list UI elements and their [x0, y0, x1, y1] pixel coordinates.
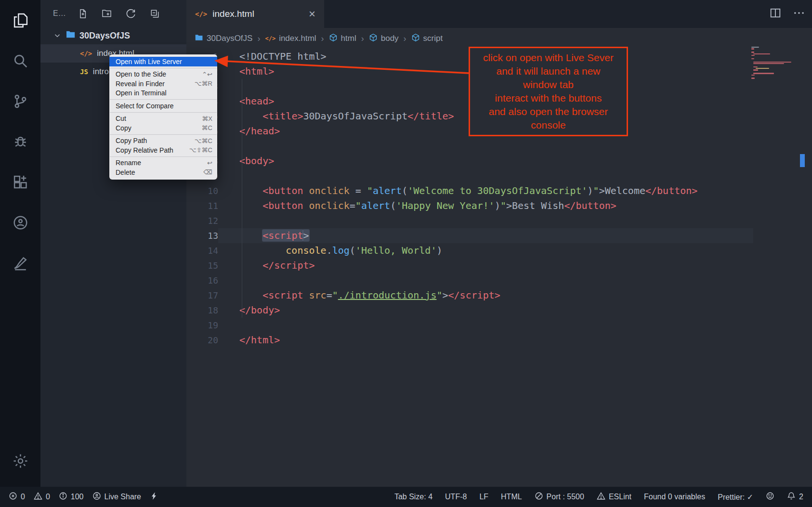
minimap[interactable] [751, 47, 799, 79]
new-folder-icon[interactable] [99, 5, 115, 22]
code-line-8[interactable]: 8<body> [186, 154, 812, 169]
code-line-17[interactable]: 17 <script src="./introduction.js"></scr… [186, 288, 812, 303]
breadcrumb-separator: › [321, 34, 324, 44]
menu-item-open-with-live-server[interactable]: Open with Live Server [109, 57, 217, 66]
menu-separator [110, 99, 217, 100]
scrollbar-marker[interactable] [800, 154, 805, 167]
code-text: <button onclick = "alert('Welcome to 30D… [218, 183, 753, 198]
code-text [218, 273, 753, 288]
menu-item-cut[interactable]: Cut⌘X [109, 114, 217, 124]
html-file-icon: </> [195, 10, 207, 18]
live-share-icon[interactable] [0, 202, 40, 243]
status-tab-size-4[interactable]: Tab Size: 4 [394, 493, 432, 501]
status-utf-8[interactable]: UTF-8 [445, 493, 467, 501]
search-icon[interactable] [0, 40, 40, 81]
menu-item-open-to-the-side[interactable]: Open to the Side⌃↩ [109, 70, 217, 79]
code-line-9[interactable]: 9 [186, 169, 812, 183]
menu-item-rename[interactable]: Rename↩ [109, 158, 217, 168]
menu-item-select-for-compare[interactable]: Select for Compare [109, 101, 217, 111]
status-0[interactable]: 0 [34, 492, 50, 502]
menu-item-reveal-in-finder[interactable]: Reveal in Finder⌥⌘R [109, 79, 217, 89]
status-eslint[interactable]: ESLint [597, 492, 631, 502]
menu-shortcut: ⌘X [202, 115, 212, 122]
split-editor-icon[interactable] [770, 7, 781, 21]
status-0[interactable]: 0 [9, 492, 25, 502]
pen-icon[interactable] [0, 243, 40, 283]
menu-item-open-in-terminal[interactable]: Open in Terminal [109, 89, 217, 98]
explorer-toolbar [75, 5, 163, 22]
symbol-cube-icon [411, 33, 420, 44]
js-file-icon: JS [80, 68, 88, 76]
status-live-share[interactable]: Live Share [92, 492, 142, 502]
breadcrumb-30daysofjs[interactable]: 30DaysOfJS [193, 33, 254, 44]
close-icon[interactable]: × [309, 8, 315, 20]
code-line-10[interactable]: 10 <button onclick = "alert('Welcome to … [186, 183, 812, 198]
code-text: <script> [218, 228, 753, 243]
status-port-5500[interactable]: Port : 5500 [535, 492, 584, 502]
status-left: 00100Live Share [9, 492, 158, 502]
line-number: 20 [186, 333, 218, 348]
menu-item-copy-relative-path[interactable]: Copy Relative Path⌥⇧⌘C [109, 145, 217, 155]
editor-actions [770, 0, 805, 28]
code-text [218, 213, 753, 228]
extensions-icon[interactable] [0, 162, 40, 202]
gear-icon[interactable] [0, 441, 40, 481]
code-line-13[interactable]: 13 <script> [186, 228, 812, 243]
code-text: <body> [218, 154, 753, 169]
line-number: 13 [186, 228, 218, 243]
annotation-line: window tab [470, 78, 627, 91]
folder-row-30daysofjs[interactable]: 30DaysOfJS [40, 27, 186, 44]
status-2[interactable]: 2 [787, 492, 803, 502]
status-bolt-icon[interactable] [150, 492, 158, 502]
annotation-line: console [470, 118, 627, 132]
bell-icon [787, 492, 796, 502]
code-text: console.log('Hello, World') [218, 243, 753, 258]
status-label: HTML [501, 493, 522, 501]
status-html[interactable]: HTML [501, 493, 522, 501]
status-prettier[interactable]: Prettier: ✓ [718, 493, 753, 502]
code-line-15[interactable]: 15 </script> [186, 258, 812, 273]
html-file-icon: </> [265, 35, 275, 42]
collapse-all-icon[interactable] [147, 5, 163, 22]
tab-label: index.html [212, 9, 254, 19]
source-control-icon[interactable] [0, 81, 40, 121]
more-actions-icon[interactable] [793, 7, 805, 21]
breadcrumb-separator: › [404, 34, 406, 44]
menu-item-label: Reveal in Finder [116, 80, 195, 88]
line-number: 11 [186, 198, 218, 213]
refresh-icon[interactable] [123, 5, 139, 22]
menu-item-delete[interactable]: Delete⌫ [109, 168, 217, 177]
code-line-19[interactable]: 19 [186, 318, 812, 333]
tab-index-html[interactable]: </> index.html × [186, 0, 324, 28]
code-line-7[interactable]: 7 [186, 139, 812, 154]
status-found-0-variables[interactable]: Found 0 variables [644, 493, 705, 501]
folder-icon [195, 33, 203, 44]
symbol-cube-icon [329, 33, 338, 44]
new-file-icon[interactable] [75, 5, 91, 22]
breadcrumb-html[interactable]: html [327, 33, 358, 44]
code-line-16[interactable]: 16 [186, 273, 812, 288]
menu-item-copy-path[interactable]: Copy Path⌥⌘C [109, 136, 217, 146]
breadcrumb-index-html[interactable]: </>index.html [263, 34, 317, 43]
menu-item-copy[interactable]: Copy⌘C [109, 123, 217, 133]
breadcrumb-body[interactable]: body [367, 33, 400, 44]
line-number: 16 [186, 273, 218, 288]
status-smiley-icon[interactable] [766, 492, 774, 502]
status-lf[interactable]: LF [479, 493, 488, 501]
code-text: <button onclick="alert('Happy New Year!'… [218, 198, 753, 213]
code-line-14[interactable]: 14 console.log('Hello, World') [186, 243, 812, 258]
status-100[interactable]: 100 [59, 492, 84, 502]
code-line-12[interactable]: 12 [186, 213, 812, 228]
explorer-icon[interactable] [0, 0, 40, 40]
code-line-18[interactable]: 18</body> [186, 303, 812, 318]
menu-shortcut: ⌥⌘C [195, 137, 212, 144]
breadcrumb-script[interactable]: script [410, 33, 445, 44]
breadcrumb-label: 30DaysOfJS [207, 34, 252, 43]
info-icon [59, 492, 67, 502]
breadcrumb-label: body [381, 34, 399, 43]
debug-icon[interactable] [0, 121, 40, 162]
tab-bar: </> index.html × [186, 0, 812, 28]
code-line-20[interactable]: 20</html> [186, 333, 812, 348]
live-share-icon [92, 492, 101, 502]
code-line-11[interactable]: 11 <button onclick="alert('Happy New Yea… [186, 198, 812, 213]
